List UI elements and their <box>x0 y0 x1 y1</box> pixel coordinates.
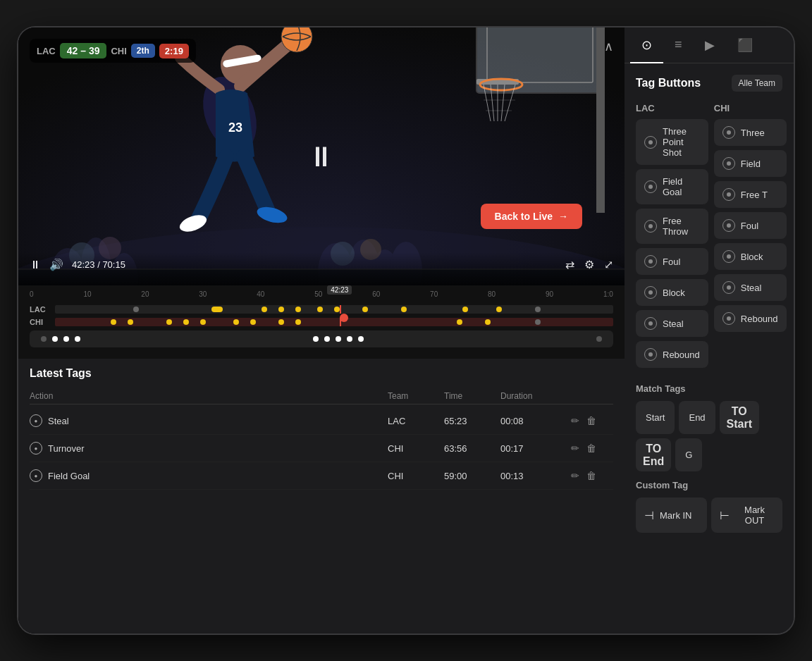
match-tag-end[interactable]: End <box>679 401 715 434</box>
tag-btn-icon <box>644 136 657 149</box>
back-to-live-label: Back to Live <box>495 211 553 222</box>
play-pause-button[interactable]: ⏸ <box>30 259 41 271</box>
left-panel: 23 <box>18 27 625 634</box>
team-right-label: CHI <box>111 46 126 56</box>
chi-rebound-button[interactable]: Rebound <box>714 305 787 332</box>
controls-row: ⏸ 🔊 42:23 / 70:15 ⇄ ⚙ ⤢ <box>30 258 613 271</box>
lac-steal-button[interactable]: Steal <box>636 310 708 337</box>
match-tag-to-start[interactable]: TOStart <box>720 401 759 434</box>
lac-track: LAC <box>30 305 613 314</box>
chi-block-button[interactable]: Block <box>714 243 787 270</box>
video-controls: ⏸ 🔊 42:23 / 70:15 ⇄ ⚙ ⤢ <box>18 252 625 285</box>
share-button[interactable]: ⇄ <box>565 258 574 271</box>
mark-in-button[interactable]: ⊣ Mark IN <box>636 498 707 533</box>
action-cell: ● Field Goal <box>30 469 388 482</box>
row-actions: ✏ 🗑 <box>571 470 613 481</box>
collapse-button[interactable]: ∧ <box>604 39 613 54</box>
mark-in-label: Mark IN <box>660 510 692 521</box>
edit-button[interactable]: ✏ <box>571 470 579 481</box>
time-cell: 65:23 <box>444 416 500 426</box>
pause-icon: ⏸ <box>307 141 336 173</box>
mark-out-label: Mark OUT <box>735 505 774 526</box>
tab-record[interactable]: ⊙ <box>630 27 663 63</box>
col-duration: Duration <box>500 391 571 401</box>
playhead-marker: 42:23 <box>327 285 352 295</box>
col-action: Action <box>30 391 388 401</box>
delete-button[interactable]: 🗑 <box>586 443 596 454</box>
tag-btn-icon <box>644 255 657 268</box>
mark-in-icon: ⊣ <box>644 509 654 522</box>
chi-track-label: CHI <box>30 318 55 326</box>
tag-btn-icon <box>644 286 657 299</box>
quarter-badge: 2th <box>131 44 155 58</box>
tag-btn-icon <box>722 312 735 325</box>
lac-field-goal-button[interactable]: Field Goal <box>636 169 708 204</box>
lac-column: LAC Three Point Shot Field Goal Free Thr… <box>636 103 708 372</box>
lac-col-header: LAC <box>636 103 708 113</box>
tab-chart[interactable]: ⬛ <box>726 27 764 63</box>
time-cell: 63:56 <box>444 443 500 454</box>
svg-text:23: 23 <box>228 121 242 135</box>
col-time: Time <box>444 391 500 401</box>
row-actions: ✏ 🗑 <box>571 443 613 454</box>
team-cell: CHI <box>388 471 444 481</box>
score-left: 42 – 39 <box>60 43 107 58</box>
control-icons: ⇄ ⚙ ⤢ <box>565 258 613 271</box>
duration-cell: 00:17 <box>500 443 571 454</box>
row-actions: ✏ 🗑 <box>571 415 613 426</box>
fullscreen-button[interactable]: ⤢ <box>604 258 613 271</box>
lac-block-button[interactable]: Block <box>636 279 708 306</box>
chi-column: CHI Three Field Free T <box>714 103 787 372</box>
custom-tag-section: Custom Tag ⊣ Mark IN ⊢ Mark OUT <box>636 480 782 533</box>
tag-btn-icon <box>644 220 657 233</box>
timeline-ruler[interactable]: 0 10 20 30 40 50 60 70 80 90 1:0 42:23 <box>30 285 613 302</box>
play-icon: ▶ <box>705 38 715 52</box>
duration-cell: 00:13 <box>500 471 571 481</box>
tab-play[interactable]: ▶ <box>694 27 726 63</box>
match-tag-g[interactable]: G <box>675 438 702 471</box>
match-tags-row: Start End TOStart TOEnd G <box>636 401 782 471</box>
match-tags-title: Match Tags <box>636 383 782 394</box>
custom-tag-title: Custom Tag <box>636 480 782 490</box>
edit-button[interactable]: ✏ <box>571 443 579 454</box>
match-tag-start[interactable]: Start <box>636 401 675 434</box>
team-columns: LAC Three Point Shot Field Goal Free Thr… <box>636 103 782 372</box>
time-display: 42:23 / 70:15 <box>72 259 557 270</box>
delete-button[interactable]: 🗑 <box>586 415 596 426</box>
back-to-live-button[interactable]: Back to Live → <box>481 204 582 229</box>
latest-tags-section: Latest Tags Action Team Time Duration ● … <box>18 359 625 634</box>
action-label: Field Goal <box>48 471 90 481</box>
tag-btn-icon <box>644 317 657 330</box>
chi-three-point-button[interactable]: Three <box>714 119 787 146</box>
tags-table-header: Action Team Time Duration <box>30 388 613 404</box>
tab-list[interactable]: ≡ <box>663 27 694 63</box>
list-icon: ≡ <box>675 37 682 51</box>
chi-field-goal-button[interactable]: Field <box>714 150 787 177</box>
lac-rebound-button[interactable]: Rebound <box>636 341 708 368</box>
settings-button[interactable]: ⚙ <box>584 258 594 271</box>
delete-button[interactable]: 🗑 <box>586 470 596 481</box>
record-icon: ⊙ <box>641 38 652 52</box>
chi-foul-button[interactable]: Foul <box>714 212 787 239</box>
chi-free-throw-button[interactable]: Free T <box>714 181 787 208</box>
volume-button[interactable]: 🔊 <box>49 258 63 271</box>
lac-three-point-button[interactable]: Three Point Shot <box>636 119 708 165</box>
tag-btn-icon <box>722 250 735 263</box>
action-cell: ● Turnover <box>30 442 388 455</box>
right-content: Tag Buttons Alle Team LAC Three Point Sh… <box>625 63 794 634</box>
lac-track-line[interactable] <box>55 305 613 314</box>
mark-out-icon: ⊢ <box>720 509 730 522</box>
tag-buttons-section-header: Tag Buttons Alle Team <box>636 75 782 92</box>
match-tag-to-end[interactable]: TOEnd <box>636 438 671 471</box>
action-label: Steal <box>48 416 69 426</box>
chi-track-line[interactable] <box>55 318 613 326</box>
chi-steal-button[interactable]: Steal <box>714 274 787 301</box>
mark-out-button[interactable]: ⊢ Mark OUT <box>711 498 782 533</box>
lac-foul-button[interactable]: Foul <box>636 248 708 275</box>
team-filter-button[interactable]: Alle Team <box>732 75 782 92</box>
lac-free-throw-button[interactable]: Free Throw <box>636 209 708 244</box>
table-row: ● Field Goal CHI 59:00 00:13 ✏ 🗑 <box>30 462 613 490</box>
edit-button[interactable]: ✏ <box>571 415 579 426</box>
tag-btn-icon <box>722 126 735 139</box>
ruler-marks: 0 10 20 30 40 50 60 70 80 90 1:0 <box>30 290 613 298</box>
